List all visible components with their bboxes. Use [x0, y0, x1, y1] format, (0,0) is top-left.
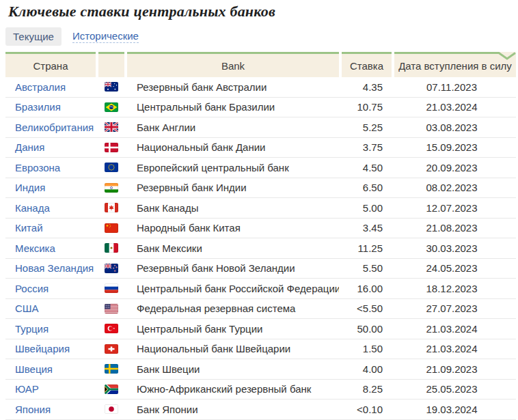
rate-value: 4.50 [342, 162, 392, 173]
rate-value: 4.00 [342, 363, 392, 375]
country-flag-icon-au [105, 82, 118, 92]
bank-name: Банк Мексики [127, 242, 339, 254]
country-flag-icon-us [105, 304, 118, 313]
country-flag-icon-nz [105, 264, 118, 273]
country-flag-icon-tr [105, 324, 118, 333]
country-link[interactable]: Великобритания [15, 122, 94, 133]
country-link[interactable]: Новая Зеландия [15, 262, 94, 274]
column-header-country[interactable]: Страна [5, 52, 96, 77]
country-flag-icon-jp [105, 404, 118, 414]
column-header-bank[interactable]: Bank [127, 52, 339, 77]
country-link[interactable]: Дания [15, 141, 44, 153]
table-row: Мексика Банк Мексики 11.25 30.03.2023 [5, 238, 516, 259]
table-row: Дания Национальный банк Дании 3.75 15.09… [5, 138, 516, 158]
bank-name: Резервный банк Индии [127, 182, 339, 193]
table-row: Канада Банк Канады 5.00 12.07.2023 [5, 198, 516, 219]
rate-value: 16.00 [342, 283, 392, 294]
bank-name: Банк Японии [127, 404, 339, 415]
table-row: ЮАР Южно-Африканский резервный банк 8.25… [5, 380, 516, 400]
rate-value: <5.50 [342, 303, 392, 314]
table-row: Швеция Банк Швеции 4.00 21.09.2023 [5, 359, 516, 380]
bank-name: Народный банк Китая [127, 222, 339, 234]
country-link[interactable]: Австралия [15, 81, 66, 93]
effective-date-value: 07.11.2023 [394, 81, 516, 93]
rate-value: <0.10 [342, 404, 392, 415]
country-flag-icon-in [105, 183, 118, 193]
country-link[interactable]: Япония [15, 404, 51, 415]
bank-name: Федеральная резервная система [127, 303, 339, 314]
bank-name: Национальный банк Дании [127, 141, 339, 153]
rate-value: 5.00 [342, 202, 392, 214]
effective-date-value: 19.03.2024 [394, 404, 516, 415]
country-link[interactable]: Еврозона [15, 162, 60, 173]
country-flag-icon-gb [105, 122, 118, 132]
effective-date-value: 12.07.2023 [394, 202, 516, 214]
bank-name: Центральный банк Бразилии [127, 101, 339, 113]
country-link[interactable]: Канада [15, 202, 50, 214]
page-title: Ключевые ставки центральных банков [8, 3, 518, 20]
tab-historical[interactable]: Исторические [72, 30, 139, 43]
country-link[interactable]: Швеция [15, 363, 53, 375]
country-flag-icon-mx [105, 243, 118, 253]
column-header-date-label: Дата вступления в силу [398, 60, 512, 72]
bank-name: Банк Швеции [127, 363, 339, 375]
rate-value: 5.25 [342, 122, 392, 133]
table-row: США Федеральная резервная система <5.50 … [5, 299, 516, 320]
rate-value: 4.35 [342, 81, 392, 93]
country-link[interactable]: Швейцария [15, 343, 70, 354]
bank-name: Центральный банк Российской Федерации [127, 283, 339, 294]
country-link[interactable]: США [15, 303, 39, 314]
table-row: Новая Зеландия Резервный банк Новой Зела… [5, 259, 516, 279]
country-link[interactable]: Россия [15, 283, 49, 294]
column-header-flag [98, 52, 124, 77]
bank-name: Европейский центральный банк [127, 162, 339, 173]
central-bank-rates-table: Страна Bank Ставка Дата вступления в сил… [5, 52, 516, 420]
country-flag-icon-za [105, 384, 118, 394]
effective-date-value: 21.03.2024 [394, 343, 516, 354]
bank-name: Национальный банк Швейцарии [127, 343, 339, 354]
country-flag-icon-ca [105, 203, 118, 212]
bank-name: Центральный банк Турции [127, 323, 339, 335]
table-row: Австралия Резервный банк Австралии 4.35 … [5, 77, 516, 98]
country-flag-icon-dk [105, 143, 118, 152]
tab-current[interactable]: Текущие [5, 27, 62, 46]
country-link[interactable]: Турция [15, 323, 49, 335]
effective-date-value: 08.02.2023 [394, 182, 516, 193]
country-link[interactable]: Индия [15, 182, 45, 193]
effective-date-value: 25.05.2023 [394, 383, 516, 395]
effective-date-value: 21.09.2023 [394, 363, 516, 375]
effective-date-value: 24.05.2023 [394, 262, 516, 274]
table-row: Япония Банк Японии <0.10 19.03.2024 [5, 400, 516, 420]
table-row: Турция Центральный банк Турции 50.00 21.… [5, 319, 516, 339]
country-flag-icon-ru [105, 283, 118, 293]
rate-value: 50.00 [342, 323, 392, 335]
country-link[interactable]: ЮАР [15, 383, 39, 395]
table-row: Россия Центральный банк Российской Федер… [5, 279, 516, 299]
table-header-row: Страна Bank Ставка Дата вступления в сил… [5, 52, 516, 77]
effective-date-value: 21.03.2024 [394, 323, 516, 335]
effective-date-value: 03.08.2023 [394, 122, 516, 133]
effective-date-value: 20.09.2023 [394, 162, 516, 173]
country-link[interactable]: Мексика [15, 242, 55, 254]
effective-date-value: 15.09.2023 [394, 141, 516, 153]
table-row: Великобритания Банк Англии 5.25 03.08.20… [5, 117, 516, 138]
country-flag-icon-br [105, 102, 118, 112]
column-header-date[interactable]: Дата вступления в силу [394, 52, 516, 77]
table-row: Бразилия Центральный банк Бразилии 10.75… [5, 98, 516, 118]
bank-name: Южно-Африканский резервный банк [127, 383, 339, 395]
table-row: Швейцария Национальный банк Швейцарии 1.… [5, 339, 516, 360]
country-flag-icon-ch [105, 344, 118, 354]
table-row: Еврозона Европейский центральный банк 4.… [5, 158, 516, 178]
effective-date-value: 30.03.2023 [394, 242, 516, 254]
sort-indicator-icon [394, 52, 516, 60]
column-header-rate[interactable]: Ставка [342, 52, 392, 77]
rate-value: 8.25 [342, 383, 392, 395]
rate-value: 5.50 [342, 262, 392, 274]
effective-date-value: 21.03.2024 [394, 101, 516, 113]
country-link[interactable]: Бразилия [15, 101, 61, 113]
rate-value: 11.25 [342, 242, 392, 254]
rate-value: 3.75 [342, 141, 392, 153]
table-row: Китай Народный банк Китая 3.45 21.08.202… [5, 219, 516, 239]
country-link[interactable]: Китай [15, 222, 43, 234]
country-flag-icon-cn [105, 223, 118, 233]
